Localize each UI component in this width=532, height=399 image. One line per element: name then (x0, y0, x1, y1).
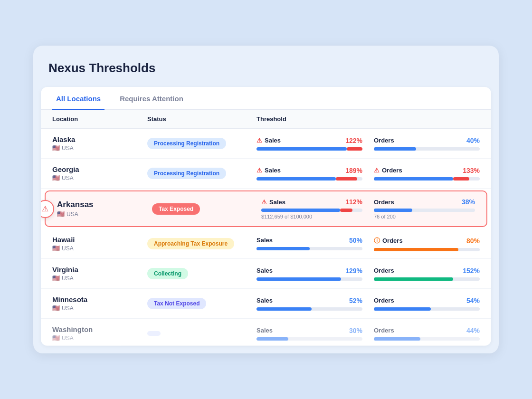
status-cell: Processing Registration (147, 168, 256, 179)
threshold-cell: ⚠ Sales 122% Orders 40% (256, 137, 480, 151)
flag-icon: 🇺🇸 (52, 144, 60, 152)
threshold-header: Orders 44% (374, 327, 480, 334)
threshold-header: ⚠ Sales 189% (256, 167, 362, 174)
location-name: Virginia (52, 266, 147, 274)
warning-icon: ⚠ (261, 199, 267, 206)
threshold-header: Sales 52% (256, 297, 362, 304)
highlighted-row: ⚠ Arkansas 🇺🇸 USA Tax Exposed (45, 190, 487, 227)
table-row: Virginia 🇺🇸 USA Collecting Sales 129% (41, 259, 491, 289)
threshold-sales: ⚠ Sales 112% $112,659 of $100,000 (261, 198, 362, 219)
status-cell: Collecting (147, 268, 256, 279)
bar-track (374, 248, 480, 251)
threshold-orders: ⓘ Orders 80% (374, 237, 480, 251)
flag-icon: 🇺🇸 (52, 245, 60, 252)
page-title: Nexus Thresholds (33, 61, 499, 87)
threshold-header: Orders 40% (374, 137, 480, 144)
location-country: 🇺🇸 USA (52, 304, 147, 312)
col-threshold: Threshold (256, 115, 480, 123)
bar-track (256, 177, 362, 180)
status-badge: Tax Exposed (152, 203, 200, 215)
flag-icon: 🇺🇸 (52, 304, 60, 312)
threshold-pct: 50% (349, 237, 362, 244)
bar-fill (256, 247, 310, 250)
table-row: Washington 🇺🇸 USA Sales 30% (41, 319, 491, 346)
threshold-sales: Sales 30% (256, 327, 362, 341)
bar-track (374, 307, 480, 311)
location-name: Alaska (52, 135, 147, 143)
threshold-pct: 189% (345, 167, 362, 174)
bar-track (256, 277, 362, 281)
threshold-sub: $112,659 of $100,000 (261, 214, 362, 219)
tab-all-locations[interactable]: All Locations (52, 87, 104, 110)
threshold-header: Sales 50% (256, 237, 362, 244)
threshold-pct: 30% (349, 327, 362, 334)
threshold-sales: Sales 52% (256, 297, 362, 311)
bar-fill (374, 177, 453, 180)
threshold-header: Sales 30% (256, 327, 362, 334)
table-body: Alaska 🇺🇸 USA Processing Registration ⚠ (41, 129, 491, 346)
location-name: Arkansas (57, 200, 152, 209)
threshold-label: Orders (374, 327, 394, 334)
status-cell: Processing Registration (147, 138, 256, 149)
threshold-label: Sales (256, 237, 273, 244)
threshold-header: Orders 38% (374, 198, 475, 206)
threshold-header: Orders 152% (374, 267, 480, 275)
bar-track (256, 147, 362, 151)
table-row: Minnesota 🇺🇸 USA Tax Not Exposed Sales 5… (41, 289, 491, 319)
threshold-pct: 129% (345, 267, 362, 275)
status-cell: Approaching Tax Exposure (147, 238, 256, 249)
bar-fill (261, 209, 340, 212)
location-cell: Alaska 🇺🇸 USA (52, 135, 147, 152)
threshold-label: Orders (374, 137, 394, 144)
threshold-pct: 152% (463, 267, 480, 275)
col-status: Status (147, 115, 256, 123)
status-cell: Tax Not Exposed (147, 298, 256, 309)
threshold-label: ⚠ Sales (256, 137, 281, 144)
bar-fill (374, 248, 458, 251)
info-icon: ⓘ (374, 237, 380, 245)
threshold-pct: 54% (466, 297, 480, 304)
flag-icon: 🇺🇸 (52, 174, 60, 181)
status-badge: Approaching Tax Exposure (147, 238, 234, 249)
location-country: 🇺🇸 USA (52, 334, 147, 342)
threshold-sales: ⚠ Sales 189% (256, 167, 362, 180)
threshold-sales: Sales 50% (256, 237, 362, 250)
bar-track (256, 247, 362, 250)
threshold-label: Orders (374, 199, 394, 206)
main-card: Nexus Thresholds All Locations Requires … (33, 46, 499, 354)
location-name: Washington (52, 325, 147, 333)
tab-requires-attention[interactable]: Requires Attention (116, 87, 187, 110)
threshold-cell: ⚠ Sales 189% ⚠ (256, 167, 480, 180)
table-header: Location Status Threshold (41, 110, 491, 129)
location-cell: Minnesota 🇺🇸 USA (52, 295, 147, 312)
bar-fill (256, 337, 288, 341)
warning-icon: ⚠ (256, 167, 262, 174)
threshold-label: Orders (374, 267, 394, 274)
threshold-pct: 40% (466, 137, 480, 144)
status-badge (147, 331, 161, 336)
threshold-sales: ⚠ Sales 122% (256, 137, 362, 151)
bar-overflow (453, 177, 469, 180)
bar-track (374, 337, 480, 341)
threshold-header: Sales 129% (256, 267, 362, 275)
location-name: Hawaii (52, 236, 147, 244)
bar-track (261, 209, 362, 212)
threshold-header: ⚠ Sales 122% (256, 137, 362, 144)
bar-overflow (347, 147, 362, 151)
warning-icon: ⚠ (256, 137, 262, 144)
bar-overflow (340, 209, 352, 212)
bar-fill (256, 177, 336, 180)
bar-fill (374, 307, 431, 311)
threshold-pct: 44% (466, 327, 480, 334)
bar-track (256, 307, 362, 311)
threshold-cell: Sales 52% Orders 54% (256, 297, 480, 311)
threshold-pct: 133% (463, 167, 480, 174)
threshold-header: ⚠ Sales 112% (261, 198, 362, 206)
threshold-orders: Orders 38% 76 of 200 (374, 198, 475, 219)
flag-icon: 🇺🇸 (52, 334, 60, 342)
status-badge: Collecting (147, 268, 188, 279)
table-row: Alaska 🇺🇸 USA Processing Registration ⚠ (41, 129, 491, 159)
tab-bar: All Locations Requires Attention (41, 87, 491, 110)
location-country: 🇺🇸 USA (52, 245, 147, 252)
flag-icon: 🇺🇸 (52, 275, 60, 282)
